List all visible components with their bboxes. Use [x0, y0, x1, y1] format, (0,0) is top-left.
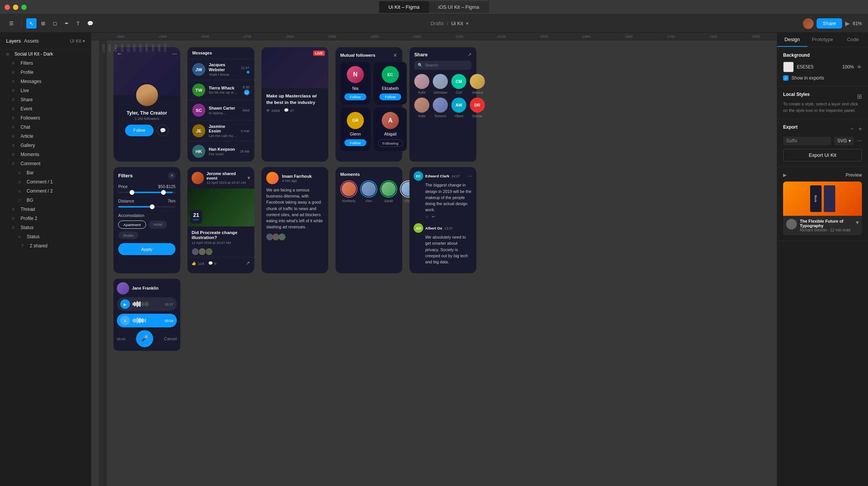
frame-tool[interactable]: ⊞ — [38, 18, 48, 29]
price-thumb-left[interactable] — [130, 190, 135, 195]
menu-button[interactable]: ☰ — [6, 18, 17, 29]
layer-thread[interactable]: # Thread — [0, 205, 91, 214]
chip-hotel[interactable]: Hotel — [148, 220, 167, 229]
pause-btn[interactable]: ⏸ — [120, 316, 130, 325]
visibility-icon[interactable]: 👁 — [857, 64, 862, 70]
layer-bg[interactable]: □ BG — [0, 196, 91, 205]
close-btn[interactable] — [5, 5, 10, 10]
tab-prototype[interactable]: Prototype — [807, 33, 838, 47]
remove-export-icon[interactable]: − — [850, 126, 854, 132]
follow-nia-btn[interactable]: Follow — [345, 94, 366, 100]
chip-studio[interactable]: Studio — [118, 231, 139, 239]
comment-reaction[interactable]: 💬 9 — [208, 260, 217, 266]
following-abigail-btn[interactable]: Following — [378, 139, 403, 147]
layer-article[interactable]: # Article — [0, 132, 91, 141]
more-icon[interactable]: ··· — [468, 173, 472, 179]
layer-status[interactable]: # Status — [0, 223, 91, 232]
show-exports-checkbox[interactable]: ✓ — [783, 75, 788, 81]
zoom-level[interactable]: 61% — [853, 21, 862, 26]
avatar-albert: AW Albert — [451, 97, 466, 118]
share-icon[interactable]: ↗ — [468, 52, 472, 57]
add-style-icon[interactable]: ⊞ — [857, 93, 862, 100]
layer-comment[interactable]: # Comment — [0, 159, 91, 168]
price-thumb-right[interactable] — [161, 190, 166, 195]
tab-assets[interactable]: Assets — [24, 37, 39, 45]
layer-moments[interactable]: # Moments — [0, 150, 91, 159]
chat-item-0[interactable]: JW Jacques Webster Yeah I know 11:47 — [187, 59, 254, 80]
follow-glenn-btn[interactable]: Follow — [345, 139, 366, 146]
tab-code[interactable]: Code — [838, 33, 868, 47]
moment-alex: Alex — [360, 180, 377, 203]
layer-comment-2[interactable]: ⊡ Comment / 2 — [0, 186, 91, 196]
chat-item-3[interactable]: JE Jasmine Essim Let me call my agency 4… — [187, 121, 254, 142]
export-uikit-btn[interactable]: Export Ui Kit — [783, 149, 862, 161]
chat-item-4[interactable]: HK Han Keepson For sure! 28 feb — [187, 142, 254, 162]
tab-uikit[interactable]: Ui Kit – Figma — [379, 1, 429, 13]
chevron-down-icon[interactable]: ▾ — [856, 219, 859, 226]
apply-button[interactable]: Apply — [118, 243, 176, 255]
layer-chat[interactable]: # Chat — [0, 123, 91, 132]
add-export-icon[interactable]: + — [858, 126, 862, 132]
close-icon[interactable]: ✕ — [393, 52, 397, 59]
mutual-header: Mutual followers ✕ — [340, 52, 397, 59]
like-reaction[interactable]: 👍 124 — [191, 260, 204, 266]
chat-icon: 💬 — [160, 128, 166, 133]
chat-item-1[interactable]: TW Tierra Whack So hit me up when you're… — [187, 80, 254, 100]
shape-tool[interactable]: ◻ — [50, 18, 60, 29]
close-filters-icon[interactable]: ✕ — [168, 172, 176, 180]
layer-share[interactable]: # Share — [0, 95, 91, 104]
distance-thumb[interactable] — [150, 204, 155, 209]
comment-icon: 💬 — [284, 108, 289, 113]
more-icon[interactable]: ··· — [172, 51, 177, 57]
minimize-btn[interactable] — [13, 5, 18, 10]
layer-status-sub[interactable]: ⊡ Status — [0, 232, 91, 241]
layer-gallery[interactable]: # Gallery — [0, 141, 91, 150]
layer-messages[interactable]: # Messages — [0, 77, 91, 86]
ui-kit-dropdown[interactable]: UI Kit ▾ — [70, 38, 85, 44]
left-panel: Layers Assets UI Kit ▾ ⊞ Social UI Kit -… — [0, 33, 91, 486]
follow-elizabeth-btn[interactable]: Follow — [380, 94, 401, 100]
layer-bar[interactable]: ⊡ Bar — [0, 168, 91, 177]
message-button[interactable]: 💬 — [157, 124, 169, 136]
chat-item-2[interactable]: SC Shawn Carter Is typing... Wed — [187, 100, 254, 121]
layer-2-shared[interactable]: T 2 shared — [0, 241, 91, 250]
tab-layers[interactable]: Layers — [6, 37, 21, 45]
bg-color-swatch[interactable] — [783, 62, 794, 72]
share-avatars-row1: Kylie Johnatan CM Carl — [414, 74, 471, 94]
price-slider[interactable] — [118, 192, 176, 193]
layer-filters[interactable]: # Filters — [0, 59, 91, 68]
maximize-btn[interactable] — [21, 5, 27, 10]
voice-duration: 00:37 — [165, 302, 174, 306]
layer-social-uikit[interactable]: ⊞ Social UI Kit - Dark — [0, 49, 91, 59]
export-format-dropdown[interactable]: SVG ▾ — [834, 137, 854, 145]
search-input[interactable] — [425, 63, 466, 68]
chevron-down-icon[interactable]: ▾ — [247, 175, 250, 181]
tab-design[interactable]: Design — [777, 33, 807, 47]
reply-icon[interactable]: ↩ — [432, 214, 435, 219]
microphone-button[interactable]: 🎤 — [136, 330, 153, 347]
tab-ios-uikit[interactable]: iOS UI Kit – Figma — [429, 1, 489, 13]
layer-live[interactable]: # Live — [0, 86, 91, 95]
play-btn[interactable]: ▶ — [120, 299, 130, 309]
layer-event[interactable]: # Event — [0, 104, 91, 113]
distance-slider[interactable] — [118, 206, 176, 208]
comment-tool[interactable]: 💬 — [84, 18, 96, 29]
export-suffix-input[interactable]: Suffix — [783, 137, 831, 145]
cursor-tool[interactable]: ↖ — [26, 18, 37, 29]
cancel-recording-btn[interactable]: Cancel — [164, 336, 177, 341]
pen-tool[interactable]: ✒ — [62, 18, 72, 29]
layer-comment-1[interactable]: ⊡ Comment / 1 — [0, 177, 91, 186]
text-tool[interactable]: T — [73, 18, 83, 29]
layer-profile2[interactable]: # Profile 2 — [0, 214, 91, 223]
play-icon[interactable]: ▶ — [845, 20, 850, 27]
follow-button[interactable]: Follow — [125, 124, 153, 136]
star-icon[interactable]: ☆ — [425, 214, 429, 219]
share-button[interactable]: Share — [817, 18, 842, 29]
export-more-icon[interactable]: ··· — [857, 137, 862, 144]
search-box[interactable]: 🔍 — [414, 61, 471, 70]
preview-header[interactable]: ▶ Preview — [783, 172, 862, 178]
layer-followers[interactable]: # Followers — [0, 113, 91, 123]
layer-profile[interactable]: # Profile — [0, 68, 91, 77]
share-reaction[interactable]: ↗ — [246, 260, 250, 266]
chip-apartment[interactable]: Apartment — [118, 220, 146, 229]
